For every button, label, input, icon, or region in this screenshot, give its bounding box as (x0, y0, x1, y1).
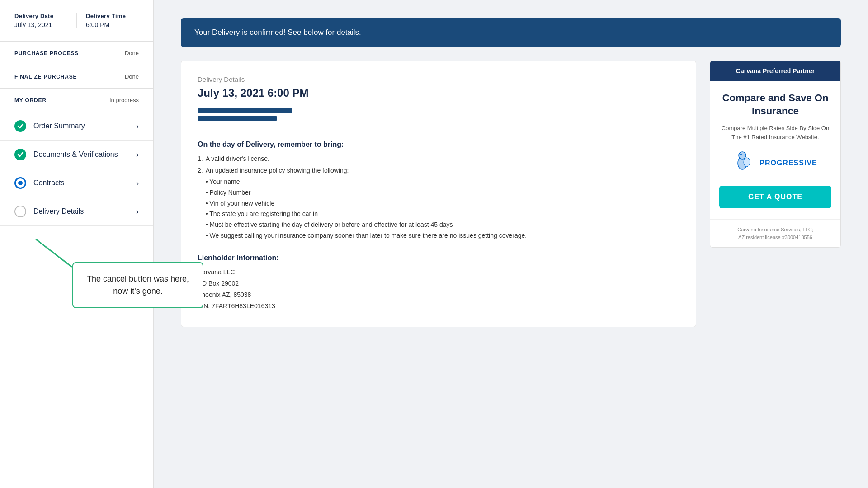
delivery-date-value: July 13, 2021 (14, 21, 67, 28)
insurance-sub-1: Your name (206, 177, 527, 188)
bring-item-2-text: An updated insurance policy showing the … (206, 167, 349, 174)
chevron-right-order-summary: › (136, 122, 139, 131)
delivery-details-card-title: Delivery Details (198, 75, 679, 83)
insurance-sub-2-text: Policy Number (209, 189, 250, 196)
bring-item-1: A valid driver's license. (198, 155, 679, 162)
progressive-mascot-svg (733, 150, 756, 172)
insurance-sub-4: The state you are registering the car in (206, 209, 527, 220)
progressive-text: PROGRESSIVE (760, 159, 817, 167)
order-summary-label: Order Summary (33, 122, 85, 130)
purchase-process-label: PURCHASE PROCESS (14, 50, 79, 56)
delivery-divider (198, 132, 679, 132)
lienholder-title: Lienholder Information: (198, 254, 679, 262)
lienholder-vin: VIN: 7FART6H83LE016313 (198, 300, 679, 312)
bring-item-2-container: An updated insurance policy showing the … (206, 167, 527, 241)
sidebar-item-delivery-details[interactable]: Delivery Details › (0, 197, 153, 226)
lienholder-name: Carvana LLC (198, 267, 679, 278)
insurance-sub-6: We suggest calling your insurance compan… (206, 230, 527, 241)
chevron-right-contracts: › (136, 178, 139, 188)
check-icon-order-summary (14, 120, 26, 132)
my-order-status: In progress (109, 97, 139, 103)
insurance-card-footer: Carvana Insurance Services, LLC; AZ resi… (710, 219, 840, 247)
finalize-purchase-status: Done (125, 73, 139, 80)
nav-left-documents: Documents & Verifications (14, 149, 118, 160)
content-row: Delivery Details July 13, 2021 6:00 PM O… (181, 61, 841, 327)
dot-inner-contracts (18, 181, 23, 185)
bring-item-2: An updated insurance policy showing the … (198, 167, 679, 241)
sidebar-section-purchase-process: PURCHASE PROCESS Done (0, 42, 153, 65)
lienholder-city: Phoenix AZ, 85038 (198, 289, 679, 300)
insurance-card: Carvana Preferred Partner Compare and Sa… (710, 61, 841, 248)
insurance-sublist: Your name Policy Number Vin of your new … (206, 177, 527, 241)
progressive-mascot (733, 150, 756, 177)
dot-filled-icon-contracts (14, 177, 26, 189)
finalize-purchase-label: FINALIZE PURCHASE (14, 74, 77, 80)
annotation-text: The cancel button was here, now it's gon… (87, 274, 189, 296)
sidebar-section-my-order: MY ORDER In progress (0, 89, 153, 112)
check-icon-documents (14, 149, 26, 160)
bring-title: On the day of Delivery, remember to brin… (198, 141, 679, 149)
svg-point-4 (744, 158, 750, 167)
delivery-details-nav-label: Delivery Details (33, 207, 84, 216)
progress-bar-2 (198, 116, 277, 121)
sidebar-item-order-summary[interactable]: Order Summary › (0, 112, 153, 141)
insurance-sub-1-text: Your name (209, 178, 240, 185)
nav-left-delivery: Delivery Details (14, 206, 84, 217)
insurance-card-body: Compare and Save On Insurance Compare Mu… (710, 81, 840, 219)
insurance-sub-2: Policy Number (206, 188, 527, 198)
annotation-area: The cancel button was here, now it's gon… (0, 235, 153, 334)
sidebar-section-finalize-purchase: FINALIZE PURCHASE Done (0, 65, 153, 89)
delivery-date-label: Delivery Date (14, 13, 67, 19)
insurance-sub-4-text: The state you are registering the car in (209, 210, 318, 217)
insurance-sub-5: Must be effective starting the day of de… (206, 220, 527, 230)
chevron-right-documents: › (136, 150, 139, 160)
insurance-card-desc: Compare Multiple Rates Side By Side On T… (719, 124, 831, 141)
main-content: Your Delivery is confirmed! See below fo… (154, 0, 868, 488)
documents-verifications-label: Documents & Verifications (33, 150, 118, 159)
sidebar-col-divider (76, 13, 77, 28)
lienholder-info: Carvana LLC PO Box 29002 Phoenix AZ, 850… (198, 267, 679, 312)
get-a-quote-button[interactable]: GET A QUOTE (719, 186, 831, 208)
chevron-right-delivery: › (136, 207, 139, 216)
progress-bars (198, 108, 679, 121)
insurance-card-title: Compare and Save On Insurance (719, 92, 831, 117)
insurance-sub-3: Vin of your new vehicle (206, 198, 527, 209)
nav-left-contracts: Contracts (14, 177, 64, 189)
delivery-time-col: Delivery Time 6:00 PM (86, 13, 139, 28)
contracts-label: Contracts (33, 179, 64, 187)
annotation-tooltip: The cancel button was here, now it's gon… (72, 262, 203, 308)
sidebar: Delivery Date July 13, 2021 Delivery Tim… (0, 0, 154, 488)
delivery-details-card: Delivery Details July 13, 2021 6:00 PM O… (181, 61, 696, 327)
insurance-sub-6-text: We suggest calling your insurance compan… (209, 232, 527, 239)
my-order-label: MY ORDER (14, 97, 47, 103)
bring-list: A valid driver's license. An updated ins… (198, 155, 679, 241)
svg-point-3 (740, 154, 742, 155)
lienholder-po: PO Box 29002 (198, 278, 679, 289)
delivery-date-col: Delivery Date July 13, 2021 (14, 13, 67, 28)
insurance-footer-line2: AZ resident license #3000418556 (719, 234, 831, 241)
purchase-process-status: Done (125, 50, 139, 56)
bring-item-1-text: A valid driver's license. (206, 155, 269, 162)
insurance-sub-5-text: Must be effective starting the day of de… (209, 221, 453, 228)
svg-point-2 (739, 152, 746, 159)
banner-text: Your Delivery is confirmed! See below fo… (194, 28, 361, 37)
nav-left-order-summary: Order Summary (14, 120, 85, 132)
progress-bar-1 (198, 108, 292, 113)
progressive-logo: PROGRESSIVE (719, 150, 831, 177)
sidebar-item-contracts[interactable]: Contracts › (0, 169, 153, 197)
sidebar-item-documents-verifications[interactable]: Documents & Verifications › (0, 141, 153, 169)
delivery-info: Delivery Date July 13, 2021 Delivery Tim… (0, 0, 153, 42)
insurance-footer-line1: Carvana Insurance Services, LLC; (719, 226, 831, 234)
insurance-sub-3-text: Vin of your new vehicle (209, 200, 274, 207)
dot-empty-icon-delivery (14, 206, 26, 217)
confirmation-banner: Your Delivery is confirmed! See below fo… (181, 18, 841, 47)
delivery-time-label: Delivery Time (86, 13, 139, 19)
delivery-time-value: 6:00 PM (86, 21, 139, 28)
delivery-datetime: July 13, 2021 6:00 PM (198, 87, 679, 99)
insurance-card-header: Carvana Preferred Partner (710, 61, 840, 81)
